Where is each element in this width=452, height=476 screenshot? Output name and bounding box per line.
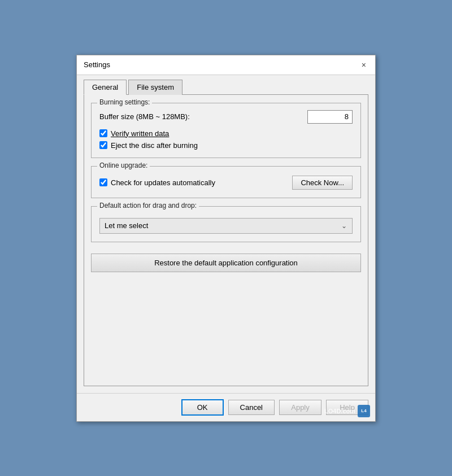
- apply-button[interactable]: Apply: [279, 400, 321, 415]
- drag-drop-dropdown-wrapper: Let me select Copy Move Ask me every tim…: [99, 218, 353, 234]
- drag-drop-select[interactable]: Let me select Copy Move Ask me every tim…: [99, 218, 353, 234]
- drag-drop-legend: Default action for drag and drop:: [97, 202, 199, 209]
- check-auto-checkbox[interactable]: [99, 178, 107, 186]
- burning-settings-legend: Burning settings:: [97, 98, 152, 106]
- close-button[interactable]: ×: [359, 60, 368, 70]
- dialog-content: General File system Burning settings: Bu…: [77, 75, 375, 393]
- eject-checkbox-row: Eject the disc after burning: [99, 141, 353, 150]
- watermark: LO4D.com L4: [324, 405, 370, 417]
- watermark-text: LO4D.com: [324, 408, 355, 414]
- cancel-button[interactable]: Cancel: [228, 400, 275, 415]
- window-title: Settings: [84, 60, 110, 69]
- burning-settings-group: Burning settings: Buffer size (8MB ~ 128…: [91, 103, 361, 158]
- title-bar: Settings ×: [77, 55, 375, 75]
- buffer-size-input[interactable]: [307, 110, 353, 124]
- check-auto-label: Check for updates automatically: [111, 178, 215, 187]
- ok-button[interactable]: OK: [181, 399, 224, 416]
- tab-general[interactable]: General: [84, 80, 127, 95]
- eject-checkbox[interactable]: [99, 141, 107, 149]
- restore-defaults-button[interactable]: Restore the default application configur…: [91, 254, 361, 272]
- eject-label: Eject the disc after burning: [111, 141, 198, 150]
- drag-drop-group: Default action for drag and drop: Let me…: [91, 206, 361, 242]
- online-upgrade-legend: Online upgrade:: [97, 161, 150, 169]
- verify-checkbox-row: Verify written data: [99, 129, 353, 138]
- verify-checkbox[interactable]: [99, 129, 107, 137]
- check-now-button[interactable]: Check Now...: [292, 176, 353, 190]
- buffer-size-row: Buffer size (8MB ~ 128MB):: [99, 110, 353, 124]
- online-upgrade-group: Online upgrade: Check for updates automa…: [91, 166, 361, 198]
- buffer-size-label: Buffer size (8MB ~ 128MB):: [99, 112, 190, 121]
- tab-content-general: Burning settings: Buffer size (8MB ~ 128…: [84, 95, 368, 386]
- tabs-container: General File system: [84, 80, 368, 95]
- verify-label: Verify written data: [111, 129, 169, 138]
- check-auto-row: Check for updates automatically: [99, 178, 215, 187]
- settings-dialog: Settings × General File system Burning s…: [76, 55, 376, 422]
- tab-filesystem[interactable]: File system: [128, 80, 182, 95]
- watermark-logo: L4: [358, 405, 370, 417]
- check-now-row: Check for updates automatically Check No…: [99, 176, 353, 190]
